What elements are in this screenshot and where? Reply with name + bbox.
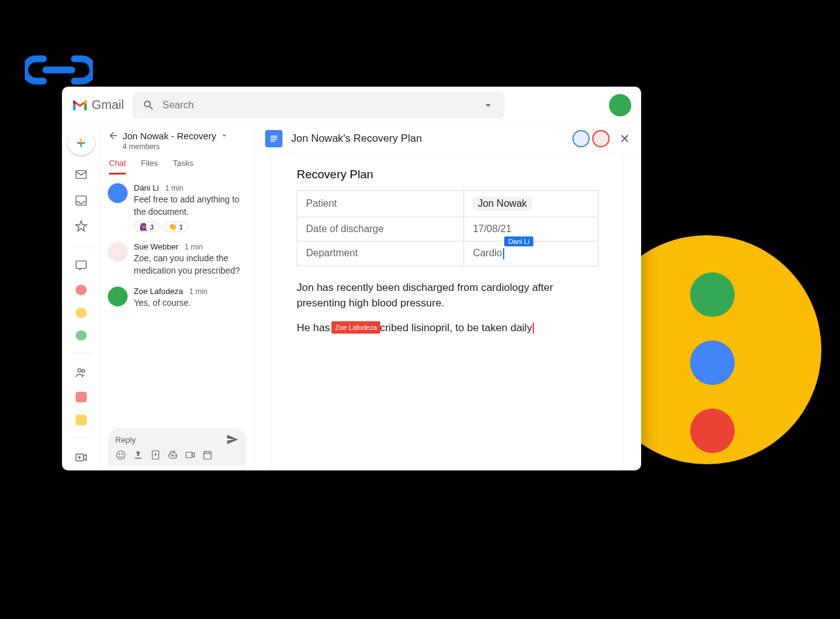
msg-author: Dani Li xyxy=(134,183,159,193)
calendar-icon[interactable] xyxy=(202,449,213,461)
avatar xyxy=(108,242,128,262)
table-label: Date of discharge xyxy=(297,217,464,241)
svg-point-3 xyxy=(77,369,81,373)
msg-text: Zoe, can you include the medication you … xyxy=(134,253,246,277)
floating-avatar-2 xyxy=(690,340,735,385)
gmail-logo[interactable]: Gmail xyxy=(72,98,124,112)
svg-point-6 xyxy=(116,451,125,459)
space-yellow[interactable] xyxy=(76,415,87,425)
msg-author: Sue Webber xyxy=(134,242,178,251)
chat-message: Dani Li 1 min Feel free to add anything … xyxy=(108,183,246,232)
msg-text: Feel free to add anything to the documen… xyxy=(134,194,246,218)
chat-members[interactable]: 4 members xyxy=(108,142,246,151)
doc-paragraph: He has been prescribed lisinopril, to be… xyxy=(297,320,598,336)
cursor-tag: Zoe Lafodeza xyxy=(331,321,380,334)
svg-rect-10 xyxy=(186,452,192,458)
doc-table: Patient Jon Nowak Date of discharge 17/0… xyxy=(297,190,598,266)
reaction[interactable]: 👏1 xyxy=(163,222,188,232)
inbox-icon[interactable] xyxy=(74,194,88,207)
gmail-text: Gmail xyxy=(92,98,124,112)
reply-placeholder: Reply xyxy=(115,435,136,444)
doc-paragraph: Jon has recently been discharged from ca… xyxy=(297,280,598,311)
status-dot-yellow[interactable] xyxy=(76,308,87,318)
doc-title[interactable]: Jon Nowak's Recovery Plan xyxy=(291,132,422,145)
chat-icon[interactable] xyxy=(74,259,88,272)
chat-message: Sue Webber 1 min Zoe, can you include th… xyxy=(108,242,246,277)
msg-text: Yes, of course. xyxy=(134,297,246,310)
tab-chat[interactable]: Chat xyxy=(109,158,126,175)
reply-box: Reply xyxy=(100,423,253,470)
svg-point-4 xyxy=(82,370,85,373)
doc-add-icon[interactable] xyxy=(150,449,161,461)
star-icon[interactable] xyxy=(74,220,88,233)
chat-title[interactable]: Jon Nowak - Recovery xyxy=(123,131,216,141)
msg-time: 1 min xyxy=(190,287,208,296)
table-label: Department xyxy=(297,241,464,266)
cursor-tag: Dani Li xyxy=(504,236,533,246)
chat-tabs: Chat Files Tasks xyxy=(100,154,253,175)
doc-body[interactable]: Recovery Plan Patient Jon Nowak Date of … xyxy=(271,154,624,470)
profile-avatar[interactable] xyxy=(609,94,631,116)
svg-rect-0 xyxy=(76,171,86,179)
collaborator-avatar[interactable] xyxy=(592,130,610,147)
tab-files[interactable]: Files xyxy=(141,158,157,175)
mail-icon[interactable] xyxy=(74,168,88,181)
chat-panel: Jon Nowak - Recovery 4 members Chat File… xyxy=(100,124,254,470)
docs-icon xyxy=(265,130,282,147)
search-input[interactable] xyxy=(162,100,475,111)
table-row: Department Cardio Dani Li xyxy=(297,241,598,266)
svg-point-8 xyxy=(122,454,123,455)
link-icon xyxy=(25,53,93,87)
close-button[interactable]: ✕ xyxy=(619,131,630,146)
table-row: Patient Jon Nowak xyxy=(297,191,598,217)
msg-time: 1 min xyxy=(165,184,183,193)
dropdown-icon[interactable] xyxy=(482,99,494,111)
svg-point-7 xyxy=(119,454,120,455)
back-arrow-icon[interactable] xyxy=(108,130,119,141)
chat-message: Zoe Lafodeza 1 min Yes, of course. xyxy=(108,287,246,310)
avatar xyxy=(108,183,128,203)
table-value: Jon Nowak xyxy=(464,191,598,217)
tab-tasks[interactable]: Tasks xyxy=(173,158,193,175)
table-label: Patient xyxy=(297,191,464,217)
floating-avatar-1 xyxy=(690,272,735,317)
chevron-down-icon[interactable] xyxy=(220,131,229,140)
drive-icon[interactable] xyxy=(167,449,178,461)
floating-avatar-3 xyxy=(690,409,735,453)
emoji-icon[interactable] xyxy=(115,449,126,461)
collaborator-avatar[interactable] xyxy=(572,130,590,147)
reply-input[interactable]: Reply xyxy=(108,428,246,465)
doc-heading: Recovery Plan xyxy=(297,168,598,181)
space-red[interactable] xyxy=(76,392,87,402)
meet-icon[interactable] xyxy=(74,451,88,464)
upload-icon[interactable] xyxy=(133,449,144,461)
doc-collaborators: ✕ xyxy=(572,130,630,147)
left-rail xyxy=(62,124,100,470)
status-dot-green[interactable] xyxy=(76,331,87,341)
video-icon[interactable] xyxy=(185,449,196,461)
avatar xyxy=(108,287,128,306)
gmail-icon xyxy=(72,99,88,111)
msg-time: 1 min xyxy=(185,243,203,251)
search-bar[interactable] xyxy=(133,92,504,119)
status-dot-red[interactable] xyxy=(76,285,87,295)
compose-button[interactable] xyxy=(68,130,95,155)
search-icon xyxy=(142,99,155,111)
reaction[interactable]: 🙋🏽‍♀️3 xyxy=(134,222,159,232)
people-icon[interactable] xyxy=(74,366,88,379)
table-row: Date of discharge 17/08/21 xyxy=(297,217,598,241)
table-value: Cardio Dani Li xyxy=(464,241,598,266)
svg-rect-11 xyxy=(204,452,211,459)
svg-rect-2 xyxy=(76,261,86,269)
top-bar: Gmail xyxy=(62,87,641,124)
app-window: Gmail xyxy=(62,87,641,470)
doc-header: Jon Nowak's Recovery Plan ✕ xyxy=(254,124,641,154)
plus-icon xyxy=(74,136,88,150)
send-icon[interactable] xyxy=(226,433,238,446)
chat-header: Jon Nowak - Recovery 4 members xyxy=(100,124,253,154)
chat-messages: Dani Li 1 min Feel free to add anything … xyxy=(100,175,253,423)
doc-panel: Jon Nowak's Recovery Plan ✕ Recovery Pla… xyxy=(254,124,641,470)
msg-author: Zoe Lafodeza xyxy=(134,287,183,296)
